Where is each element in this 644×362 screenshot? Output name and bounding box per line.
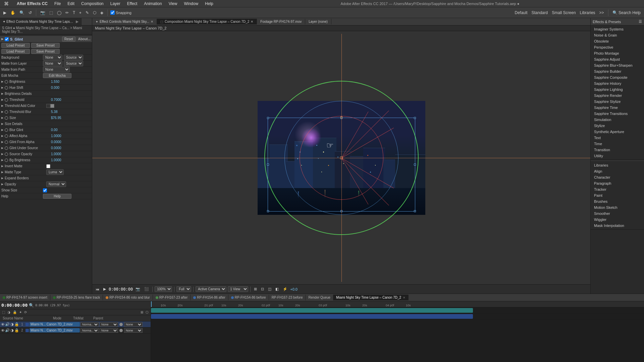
layer-2-lock[interactable]: 🔒: [15, 328, 19, 333]
workspace-libraries[interactable]: Libraries: [579, 10, 597, 16]
rp-item-mask-interpolation[interactable]: Mask Interpolation: [591, 223, 644, 229]
menu-animation[interactable]: Animation: [143, 1, 163, 6]
timeline-tab-fh154-before[interactable]: RP-FH154-86 before: [228, 295, 269, 300]
threshold-blur-value[interactable]: 5.38: [51, 110, 57, 114]
bg-brightness-value[interactable]: 1.0000: [51, 158, 61, 162]
layer-2-trkmask[interactable]: None: [100, 328, 118, 333]
tl-btn-lock[interactable]: 🔒: [12, 310, 17, 314]
tl-btn-motion-blur[interactable]: ⟳: [23, 310, 28, 314]
hue-shift-expand[interactable]: ▶: [1, 86, 3, 89]
layer-2-name[interactable]: Miami N... Canon 7D_2.mov: [30, 328, 80, 333]
tool-pen[interactable]: ✏: [64, 10, 70, 16]
handle-top-right[interactable]: [414, 117, 416, 119]
workspace-default[interactable]: Default: [513, 10, 529, 16]
rp-item-text[interactable]: Text: [591, 135, 644, 141]
comp-tab-effect-close[interactable]: ✕: [151, 20, 153, 23]
menu-help[interactable]: Help: [204, 1, 215, 6]
tool-text[interactable]: T: [71, 10, 76, 16]
layer-1-anchor[interactable]: [119, 323, 123, 326]
tool-pin[interactable]: ⌖: [78, 10, 83, 16]
invert-matte-expand[interactable]: ▶: [1, 165, 3, 168]
rp-item-motion-sketch[interactable]: Motion Sketch: [591, 204, 644, 210]
rp-item-sapphire-composite[interactable]: Sapphire Composite: [591, 74, 644, 80]
rp-item-noise-grain[interactable]: Noise & Grain: [591, 32, 644, 38]
rp-item-stylize[interactable]: Stylize: [591, 123, 644, 129]
effect-controls-tab[interactable]: ✦ Effect Controls Miami Night Sky Time L…: [0, 18, 82, 25]
left-panel-expand[interactable]: ▶: [76, 19, 78, 24]
rp-item-sapphire-blur[interactable]: Sapphire Blur+Sharpen: [591, 62, 644, 68]
timeline-tab-fh167-before[interactable]: RP-FH167-23 before: [269, 295, 306, 300]
size-details-expand[interactable]: ▶: [1, 122, 3, 125]
rp-item-sapphire-stylize[interactable]: Sapphire Stylize: [591, 99, 644, 105]
viewer-play-btn[interactable]: ▶: [102, 286, 107, 292]
tl-btn-frame-blending[interactable]: ⊞: [140, 310, 144, 314]
layer-1-mode[interactable]: Norma...Screen: [80, 322, 99, 327]
layer-2-audio[interactable]: 🔊: [5, 328, 9, 333]
opacity-mode-select[interactable]: NormalScreen: [46, 181, 66, 187]
timeline-tab-fh167-after[interactable]: RP-FH167-23 after: [153, 295, 191, 300]
menu-composition[interactable]: Composition: [80, 1, 105, 6]
matte-from-layer-val1[interactable]: NoneSource: [43, 61, 62, 66]
glint-from-alpha-value[interactable]: 0.0000: [51, 140, 61, 144]
brightness-value[interactable]: 1.550: [51, 80, 59, 83]
save-preset-btn[interactable]: Save Preset: [31, 43, 60, 48]
workspace-small-screen[interactable]: Small Screen: [550, 10, 577, 16]
tool-paint[interactable]: ✎: [84, 10, 90, 16]
rp-item-photo-montage[interactable]: Photo Montage: [591, 50, 644, 56]
layer-1-vis[interactable]: 👁: [1, 322, 5, 326]
brightness-expand[interactable]: ▶: [1, 80, 3, 83]
search-btn[interactable]: 🔍 Search Help: [611, 10, 642, 16]
matte-type-expand[interactable]: ▶: [1, 171, 3, 174]
edit-mocha-btn[interactable]: Edit Mocha: [43, 73, 71, 78]
layer-1-trkmask[interactable]: None: [100, 322, 118, 327]
size-expand[interactable]: ▶: [1, 116, 3, 119]
rp-item-paragraph[interactable]: Paragraph: [591, 180, 644, 186]
handle-bottom-right[interactable]: [414, 210, 416, 212]
size-value[interactable]: $76.95: [51, 116, 61, 120]
glint-under-source-value[interactable]: 0.0000: [51, 146, 61, 150]
threshold-color-swatch[interactable]: [46, 104, 54, 108]
menu-edit[interactable]: Edit: [66, 1, 76, 6]
timeline-tab-lens-flare[interactable]: RP-FH159-25 lens flare track: [50, 295, 103, 300]
viewer-grid-btn[interactable]: ⊞: [253, 286, 258, 292]
composition-view[interactable]: ☞: [92, 31, 590, 284]
viewer-show-channel-btn[interactable]: ⬛: [143, 286, 150, 292]
rp-item-sapphire-adjust[interactable]: Sapphire Adjust: [591, 56, 644, 62]
rp-item-sapphire-history[interactable]: Sapphire History: [591, 80, 644, 86]
viewer-snapshot-btn[interactable]: 📷: [134, 286, 142, 292]
rp-item-sapphire-builder[interactable]: Sapphire Builder: [591, 68, 644, 74]
menu-file[interactable]: File: [53, 1, 62, 6]
affect-alpha-expand[interactable]: ▶: [1, 134, 3, 137]
rp-item-wiggler[interactable]: Wiggler: [591, 217, 644, 223]
rp-item-character[interactable]: Character: [591, 174, 644, 180]
save-preset-btn-2[interactable]: Save Preset: [31, 49, 60, 54]
rp-item-tracker[interactable]: Tracker: [591, 186, 644, 192]
app-name-menu[interactable]: After Effects CC: [15, 1, 49, 6]
comp-tab-layer[interactable]: Layer (none): [305, 19, 331, 24]
rp-item-brushes[interactable]: Brushes: [591, 198, 644, 204]
rp-item-align[interactable]: Align: [591, 168, 644, 174]
rp-item-sapphire-transitions[interactable]: Sapphire Transitions: [591, 111, 644, 117]
timeline-ruler[interactable]: 10s 20s 01 p0f 10s 20s 02 p0f 10s 20s 03…: [151, 301, 644, 307]
handle-bottom-left[interactable]: [267, 210, 269, 212]
rp-item-time[interactable]: Time: [591, 141, 644, 147]
handle-top-left[interactable]: [267, 117, 269, 119]
rp-item-smoother[interactable]: Smoother: [591, 210, 644, 217]
viewer-transparency-btn[interactable]: ◧: [274, 286, 280, 292]
viewer-safe-zone-btn[interactable]: ⊡: [260, 286, 265, 292]
menu-window[interactable]: Window: [182, 1, 200, 6]
comp-tab-composition[interactable]: ⬚ Composition Miami Night Sky Time Lapse…: [157, 19, 257, 24]
rp-item-utility[interactable]: Utility: [591, 153, 644, 159]
timeline-tab-render-queue[interactable]: Render Queue: [306, 295, 333, 300]
effect-expand-icon[interactable]: ▶: [1, 38, 3, 41]
load-preset-btn[interactable]: Load Preset: [1, 43, 30, 48]
timeline-tab-roto-blur[interactable]: RP-FH154-86 roto and blur: [103, 295, 153, 300]
comp-tab-footage[interactable]: Footage RP-FH174-97.mov: [257, 19, 305, 24]
layer-2-parent[interactable]: None: [124, 328, 143, 333]
background-val1[interactable]: NoneSource: [43, 55, 62, 60]
viewer-3d-btn[interactable]: ◫: [267, 286, 273, 292]
tool-hand[interactable]: ✋: [9, 10, 17, 16]
threshold-add-color-expand[interactable]: ▶: [1, 104, 3, 107]
layer-1-name[interactable]: Miami N... Canon 7D_2.mov: [30, 322, 80, 326]
tl-btn-work-area[interactable]: ⬡: [145, 310, 149, 314]
